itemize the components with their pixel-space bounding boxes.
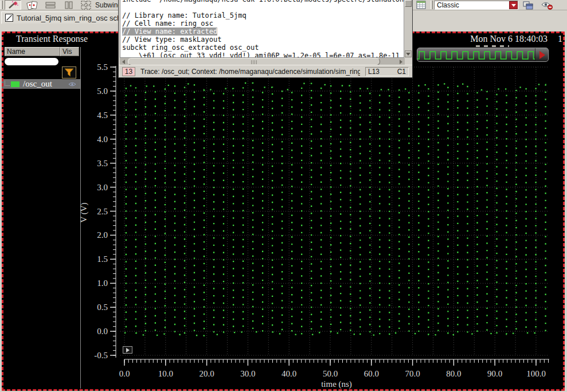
y-tick-label: 5.0 <box>97 87 108 96</box>
toolbar-drag-handle[interactable] <box>431 1 433 9</box>
status-message: Trace: /osc_out; Context: /home/maganaqu… <box>140 68 360 76</box>
osc-out-trace <box>124 83 546 336</box>
y-tick-label: 5.5 <box>97 62 108 72</box>
x-tick-label: 60.0 <box>364 369 379 378</box>
scroll-right-button[interactable] <box>398 58 405 65</box>
y-tick-label: 1.5 <box>97 254 108 264</box>
code-line <box>120 3 404 11</box>
axis-rulers <box>110 66 549 366</box>
y-tick-label: 1.0 <box>97 279 108 288</box>
code-line: subckt ring_osc_extracted osc_out <box>120 44 404 52</box>
eye-remove-icon <box>541 1 553 10</box>
x-tick-label: 80.0 <box>446 369 461 378</box>
appearance-combobox-value: Classic <box>437 1 459 9</box>
x-tick-label: 10.0 <box>158 369 173 378</box>
code-line: include "/home/maganaqu/ncsu-cdk-1.6.0.b… <box>120 0 404 3</box>
y-tick-label: 0.0 <box>97 327 108 336</box>
code-line: \+61 (osc_out 33 vdd! vdd!) ami06P w=1.2… <box>120 52 404 58</box>
scroll-left-button[interactable] <box>120 58 127 65</box>
editor-lines: include "/home/maganaqu/ncsu-cdk-1.6.0.b… <box>120 0 404 58</box>
vscrollbar-thumb[interactable] <box>405 0 412 7</box>
toolbar-drag-handle[interactable] <box>1 1 3 9</box>
x-tick-label: 0.0 <box>119 369 130 378</box>
magic-wand-button[interactable] <box>5 0 21 10</box>
y-tick-label: 4.5 <box>97 111 108 120</box>
code-line: // View type: maskLayout <box>120 36 404 44</box>
y-tick-label: 2.0 <box>97 230 108 240</box>
x-tick-label: 50.0 <box>323 369 338 378</box>
horizontal-split-icon <box>45 1 56 9</box>
magic-wand-icon <box>7 1 19 9</box>
combobox-dropdown-button[interactable] <box>509 1 518 9</box>
code-line: // Library name: Tutorial_5jmq <box>120 11 404 19</box>
editor-statusbar: 13 Trace: /osc_out; Context: /home/magan… <box>119 65 412 77</box>
appearance-combobox[interactable]: Classic <box>434 1 518 10</box>
y-axis-title: V (V) <box>79 202 89 222</box>
spreadsheet-icon <box>416 1 426 9</box>
y-tick-label: 0.5 <box>97 303 108 312</box>
line-number-badge: 13 <box>122 67 135 76</box>
x-axis-title: time (ns) <box>321 379 352 389</box>
line-indicator: L13 <box>368 68 380 76</box>
vertical-split-icon <box>64 1 73 9</box>
cards-icon <box>26 1 38 10</box>
thumb-grip <box>251 60 257 64</box>
y-tick-label: 4.0 <box>97 135 108 144</box>
subwindows-button[interactable] <box>79 0 93 10</box>
line-col-box: L13 C1 <box>365 67 409 76</box>
editor-vscrollbar[interactable] <box>404 0 412 58</box>
code-line: // Cell name: ring_osc <box>120 19 404 28</box>
waveform-window: Transient Response Mon Nov 6 18:40:03 1 … <box>2 32 565 391</box>
horizontal-split-button[interactable] <box>42 0 58 10</box>
hide-trace-button[interactable] <box>539 0 555 10</box>
x-tick-label: 40.0 <box>281 369 296 378</box>
vertical-split-button[interactable] <box>61 0 77 10</box>
editor-text-area[interactable]: include "/home/maganaqu/ncsu-cdk-1.6.0.b… <box>120 0 405 58</box>
overlap-windows-icon <box>522 1 534 10</box>
x-tick-label: 90.0 <box>487 369 502 378</box>
x-tick-label: 100.0 <box>526 369 546 378</box>
overlap-windows-button[interactable] <box>521 0 535 10</box>
cards-button[interactable] <box>24 0 40 10</box>
code-line: // View name: extracted <box>120 28 404 36</box>
plot-play-button[interactable] <box>123 346 132 354</box>
axis-labels: 5.55.04.54.03.53.02.52.01.51.00.50.0-0.5… <box>79 62 546 389</box>
y-tick-label: 3.0 <box>97 183 108 192</box>
x-tick-label: 20.0 <box>199 369 214 378</box>
y-tick-label: 2.5 <box>97 207 108 216</box>
subwindows-grid-icon <box>81 1 91 10</box>
scroll-down-button[interactable] <box>405 50 412 57</box>
plot-svg[interactable]: 5.55.04.54.03.53.02.52.01.51.00.50.0-0.5… <box>2 32 565 391</box>
x-tick-label: 70.0 <box>405 369 420 378</box>
gridlines <box>120 67 549 355</box>
x-tick-label: 30.0 <box>240 369 255 378</box>
netlist-editor-popup: include "/home/maganaqu/ncsu-cdk-1.6.0.b… <box>118 0 413 78</box>
spreadsheet-button[interactable] <box>414 0 428 10</box>
y-tick-label: 3.5 <box>97 159 108 168</box>
y-tick-label: -0.5 <box>94 351 108 360</box>
col-indicator: C1 <box>397 68 406 76</box>
schematic-icon <box>5 14 13 22</box>
